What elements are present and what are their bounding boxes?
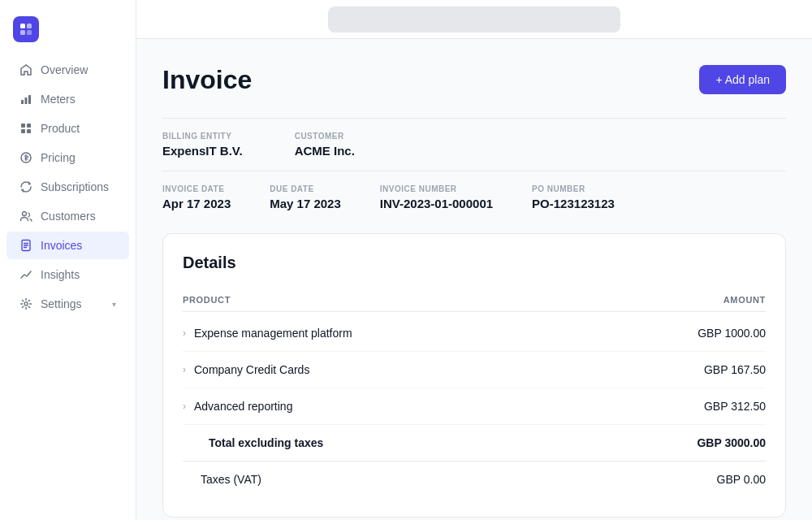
svg-rect-7 <box>21 124 25 128</box>
invoice-date-group: INVOICE DATE Apr 17 2023 <box>162 184 231 210</box>
customers-icon <box>19 210 32 223</box>
taxes-row: Taxes (VAT) GBP 0.00 <box>183 462 766 497</box>
billing-entity-label: BILLING ENTITY <box>162 132 243 141</box>
line-item: › Advanced reporting GBP 312.50 <box>183 388 766 425</box>
line-item-name-2: Company Credit Cards <box>194 363 309 376</box>
svg-rect-8 <box>27 124 31 128</box>
po-number-value: PO-123123123 <box>532 197 615 210</box>
add-plan-button[interactable]: + Add plan <box>699 65 786 94</box>
insights-icon <box>19 268 32 281</box>
details-title: Details <box>183 254 766 272</box>
sidebar-item-product-label: Product <box>41 122 80 135</box>
sidebar-item-insights-label: Insights <box>41 268 80 281</box>
line-item-name-3: Advanced reporting <box>194 400 292 413</box>
invoice-number-label: INVOICE NUMBER <box>380 184 493 193</box>
sidebar-item-insights[interactable]: Insights <box>6 261 129 288</box>
line-item-left-2: › Company Credit Cards <box>183 363 309 376</box>
customer-group: CUSTOMER ACME Inc. <box>295 132 355 158</box>
customer-value: ACME Inc. <box>295 144 355 158</box>
meters-icon <box>19 93 32 106</box>
chevron-right-icon-2[interactable]: › <box>183 364 186 375</box>
sidebar-item-invoices[interactable]: Invoices <box>6 232 129 259</box>
settings-chevron-icon: ▾ <box>112 300 116 309</box>
page-title: Invoice <box>162 65 252 95</box>
invoice-header: Invoice + Add plan <box>162 65 786 95</box>
col-product-header: PRODUCT <box>183 295 231 305</box>
line-item-left-1: › Expense management platform <box>183 327 352 340</box>
pricing-icon <box>19 151 32 164</box>
po-number-group: PO NUMBER PO-123123123 <box>532 184 615 210</box>
subscriptions-icon <box>19 180 32 193</box>
sidebar-item-settings-label: Settings <box>41 297 82 310</box>
meta-section-1: BILLING ENTITY ExpensIT B.V. CUSTOMER AC… <box>162 118 786 171</box>
line-item-amount-1: GBP 1000.00 <box>698 327 766 340</box>
line-item: › Expense management platform GBP 1000.0… <box>183 315 766 352</box>
chevron-right-icon-3[interactable]: › <box>183 401 186 412</box>
table-header: PRODUCT AMOUNT <box>183 288 766 312</box>
col-amount-header: AMOUNT <box>723 295 766 305</box>
sidebar-item-pricing-label: Pricing <box>41 151 76 164</box>
taxes-amount: GBP 0.00 <box>717 473 766 486</box>
billing-entity-value: ExpensIT B.V. <box>162 144 243 158</box>
details-card: Details PRODUCT AMOUNT › Expense managem… <box>162 233 786 518</box>
svg-rect-0 <box>20 24 25 28</box>
svg-point-12 <box>23 212 27 216</box>
line-item-name-1: Expense management platform <box>194 327 352 340</box>
sidebar-item-invoices-label: Invoices <box>41 239 82 252</box>
line-item-left-3: › Advanced reporting <box>183 400 292 413</box>
sidebar-item-customers[interactable]: Customers <box>6 202 129 230</box>
main-content: Invoice + Add plan BILLING ENTITY Expens… <box>136 0 812 520</box>
svg-point-14 <box>24 302 28 306</box>
sidebar-item-subscriptions[interactable]: Subscriptions <box>6 173 129 201</box>
sidebar-item-customers-label: Customers <box>41 210 96 223</box>
due-date-value: May 17 2023 <box>270 197 341 210</box>
sidebar-item-product[interactable]: Product <box>6 115 129 142</box>
invoice-number-value: INV-2023-01-000001 <box>380 197 493 210</box>
due-date-group: DUE DATE May 17 2023 <box>270 184 341 210</box>
customer-label: CUSTOMER <box>295 132 355 141</box>
sidebar-item-meters-label: Meters <box>41 93 76 106</box>
line-item: › Company Credit Cards GBP 167.50 <box>183 352 766 388</box>
svg-rect-1 <box>27 24 32 28</box>
billing-entity-group: BILLING ENTITY ExpensIT B.V. <box>162 132 243 158</box>
logo <box>0 10 136 55</box>
due-date-label: DUE DATE <box>270 184 341 193</box>
sidebar-item-meters[interactable]: Meters <box>6 85 129 113</box>
svg-rect-10 <box>27 129 31 133</box>
total-excluding-taxes-row: Total excluding taxes GBP 3000.00 <box>183 425 766 462</box>
sidebar-item-overview-label: Overview <box>41 63 88 76</box>
home-icon <box>19 63 32 76</box>
invoice-content: Invoice + Add plan BILLING ENTITY Expens… <box>136 39 812 520</box>
invoice-date-value: Apr 17 2023 <box>162 197 231 210</box>
logo-icon <box>13 16 39 42</box>
total-label: Total excluding taxes <box>183 436 323 449</box>
sidebar-item-pricing[interactable]: Pricing <box>6 144 129 171</box>
total-excluding-taxes-amount: GBP 3000.00 <box>697 436 766 449</box>
svg-rect-6 <box>28 95 31 104</box>
top-bar <box>136 0 812 39</box>
line-item-amount-3: GBP 312.50 <box>704 400 766 413</box>
svg-rect-5 <box>25 98 28 104</box>
meta-section-2: INVOICE DATE Apr 17 2023 DUE DATE May 17… <box>162 171 786 223</box>
svg-rect-9 <box>21 129 25 133</box>
sidebar-item-subscriptions-label: Subscriptions <box>41 180 109 193</box>
gear-icon <box>19 297 32 310</box>
invoice-number-group: INVOICE NUMBER INV-2023-01-000001 <box>380 184 493 210</box>
sidebar: Overview Meters Product <box>0 0 136 520</box>
search-bar[interactable] <box>328 6 620 32</box>
taxes-label: Taxes (VAT) <box>183 473 261 486</box>
sidebar-item-overview[interactable]: Overview <box>6 56 129 84</box>
product-icon <box>19 122 32 135</box>
invoice-date-label: INVOICE DATE <box>162 184 231 193</box>
svg-rect-3 <box>27 30 32 35</box>
sidebar-item-settings[interactable]: Settings ▾ <box>6 290 129 318</box>
po-number-label: PO NUMBER <box>532 184 615 193</box>
total-excluding-taxes-label: Total excluding taxes <box>209 436 323 449</box>
svg-rect-2 <box>20 30 25 35</box>
chevron-right-icon-1[interactable]: › <box>183 327 186 339</box>
svg-rect-4 <box>21 100 24 104</box>
line-item-amount-2: GBP 167.50 <box>704 363 766 376</box>
invoices-icon <box>19 239 32 252</box>
